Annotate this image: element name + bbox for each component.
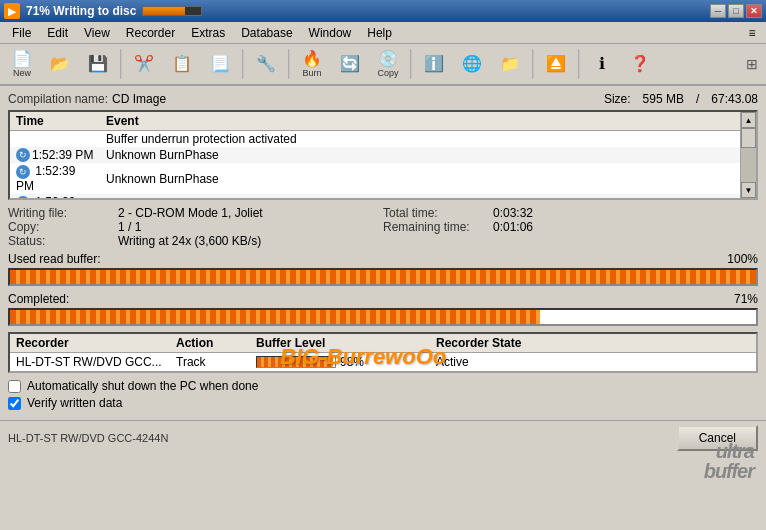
copy-toolbar-button[interactable]: 📋 — [164, 47, 200, 81]
col-buffer: Buffer Level — [250, 334, 430, 353]
main-content: Compilation name: CD Image Size: 595 MB … — [0, 86, 766, 420]
menu-database[interactable]: Database — [233, 24, 300, 42]
recorder-action: Track — [170, 353, 250, 372]
log-scrollbar[interactable]: ▲ ▼ — [740, 112, 756, 198]
sep6 — [578, 49, 580, 79]
completed-label: Completed: — [8, 292, 69, 306]
save-button[interactable]: 💾 — [80, 47, 116, 81]
title-bar: ▶ 71% Writing to disc ─ □ ✕ — [0, 0, 766, 22]
verify-row: Verify written data — [8, 396, 758, 410]
duration-slash: / — [696, 92, 699, 106]
burn-button[interactable]: 🔥 Burn — [294, 47, 330, 81]
new-button[interactable]: 📄 New — [4, 47, 40, 81]
menu-edit[interactable]: Edit — [39, 24, 76, 42]
sep5 — [532, 49, 534, 79]
table-row: ↻ 1:52:39 PM Unknown BurnPhase — [10, 163, 756, 194]
completed-fill — [10, 310, 540, 324]
app-icon: ▶ — [4, 3, 20, 19]
title-buttons: ─ □ ✕ — [710, 4, 762, 18]
save-icon: 💾 — [88, 56, 108, 72]
scroll-thumb[interactable] — [741, 128, 756, 148]
status-bar-text: HL-DT-ST RW/DVD GCC-4244N — [8, 432, 168, 444]
size-value: 595 MB — [643, 92, 684, 106]
menu-file[interactable]: File — [4, 24, 39, 42]
col-action: Action — [170, 334, 250, 353]
recorder-buffer: 98% — [250, 353, 430, 372]
status-value: Writing at 24x (3,600 KB/s) — [118, 234, 261, 248]
log-event-2: Unknown BurnPhase — [100, 163, 756, 194]
duration-value: 67:43.08 — [711, 92, 758, 106]
read-buffer-label: Used read buffer: — [8, 252, 101, 266]
folder-icon: 📁 — [500, 56, 520, 72]
info-grid: Writing file: 2 - CD-ROM Mode 1, Joliet … — [8, 206, 758, 248]
copy-value: 1 / 1 — [118, 220, 141, 234]
menu-extras[interactable]: Extras — [183, 24, 233, 42]
log-time-2: ↻ 1:52:39 PM — [10, 163, 100, 194]
writing-file-value: 2 - CD-ROM Mode 1, Joliet — [118, 206, 263, 220]
writing-file-label: Writing file: — [8, 206, 118, 220]
total-time-row: Total time: 0:03:32 — [383, 206, 758, 220]
menu-help[interactable]: Help — [359, 24, 400, 42]
menu-recorder[interactable]: Recorder — [118, 24, 183, 42]
web-button[interactable]: 🌐 — [454, 47, 490, 81]
info-button[interactable]: ℹ️ — [416, 47, 452, 81]
status-row: Status: Writing at 24x (3,600 KB/s) — [8, 234, 383, 248]
completed-section: Completed: 71% — [8, 292, 758, 326]
title-progress — [142, 6, 202, 16]
new-label: New — [13, 68, 31, 78]
read-buffer-pct: 100% — [727, 252, 758, 266]
auto-shutdown-row: Automatically shut down the PC when done — [8, 379, 758, 393]
open-button[interactable]: 📂 — [42, 47, 78, 81]
sep2 — [242, 49, 244, 79]
help-button[interactable]: ❓ — [622, 47, 658, 81]
verify-checkbox[interactable] — [8, 397, 21, 410]
total-time-value: 0:03:32 — [493, 206, 533, 220]
copy-button[interactable]: 💿 Copy — [370, 47, 406, 81]
title-text: 71% Writing to disc — [26, 4, 136, 18]
col-recorder: Recorder — [10, 334, 170, 353]
log-event-3: Unknown BurnPhase — [100, 194, 756, 200]
sep1 — [120, 49, 122, 79]
minimize-button[interactable]: ─ — [710, 4, 726, 18]
properties-button[interactable]: 🔧 — [248, 47, 284, 81]
reload-button[interactable]: 🔄 — [332, 47, 368, 81]
eject-button[interactable]: ⏏️ — [538, 47, 574, 81]
bottom-bar: HL-DT-ST RW/DVD GCC-4244N Cancel — [0, 420, 766, 455]
log-time-0 — [10, 131, 100, 148]
auto-shutdown-label: Automatically shut down the PC when done — [27, 379, 258, 393]
read-buffer-fill — [10, 270, 756, 284]
toolbar-options-icon[interactable]: ⊞ — [742, 47, 762, 81]
bottom-section: Automatically shut down the PC when done… — [8, 379, 758, 410]
scroll-up-arrow[interactable]: ▲ — [741, 112, 756, 128]
compilation-label: Compilation name: — [8, 92, 108, 106]
table-row: Buffer underrun protection activated — [10, 131, 756, 148]
close-button[interactable]: ✕ — [746, 4, 762, 18]
remaining-time-label: Remaining time: — [383, 220, 493, 234]
paste-button[interactable]: 📃 — [202, 47, 238, 81]
burn-icon: 🔥 — [302, 51, 322, 67]
cut-icon: ✂️ — [134, 56, 154, 72]
new-icon: 📄 — [12, 51, 32, 67]
scroll-down-arrow[interactable]: ▼ — [741, 182, 756, 198]
cut-button[interactable]: ✂️ — [126, 47, 162, 81]
table-row: ↻ 1:52:39 PM Unknown BurnPhase — [10, 194, 756, 200]
auto-shutdown-checkbox[interactable] — [8, 380, 21, 393]
read-buffer-label-row: Used read buffer: 100% — [8, 252, 758, 266]
about-button[interactable]: ℹ — [584, 47, 620, 81]
verify-label: Verify written data — [27, 396, 122, 410]
menu-view[interactable]: View — [76, 24, 118, 42]
col-time: Time — [10, 112, 100, 131]
col-event: Event — [100, 112, 756, 131]
recorder-name: HL-DT-ST RW/DVD GCC... — [10, 353, 170, 372]
recorder-table: Recorder Action Buffer Level Recorder St… — [10, 334, 756, 371]
completed-pct: 71% — [734, 292, 758, 306]
help-icon: ❓ — [630, 56, 650, 72]
table-row: ↻ 1:52:39 PM Unknown BurnPhase — [10, 147, 756, 163]
maximize-button[interactable]: □ — [728, 4, 744, 18]
toolbar-toggle[interactable]: ≡ — [742, 26, 762, 40]
menu-window[interactable]: Window — [301, 24, 360, 42]
folder-button[interactable]: 📁 — [492, 47, 528, 81]
recorder-row: HL-DT-ST RW/DVD GCC... Track 98% Active — [10, 353, 756, 372]
buffer-mini-bar — [256, 356, 336, 368]
size-label: Size: — [604, 92, 631, 106]
